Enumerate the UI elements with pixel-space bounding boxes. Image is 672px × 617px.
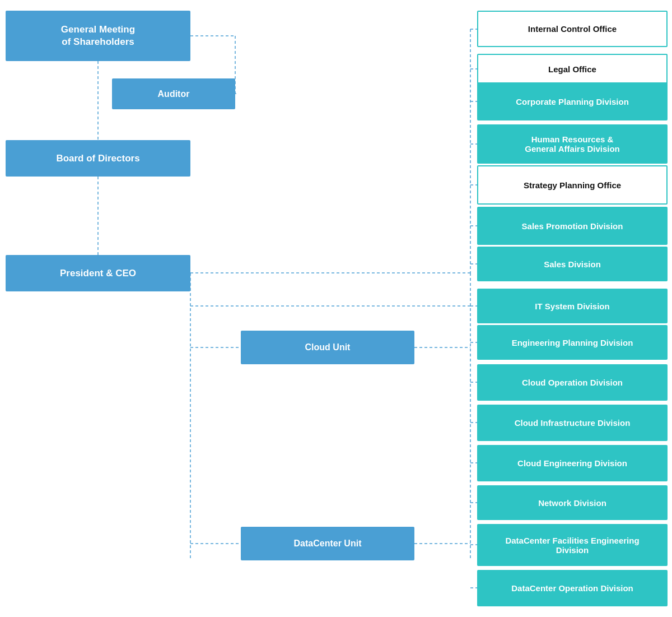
dc-facilities-node: DataCenter Facilities Engineering Divisi…: [477, 524, 668, 566]
legal-node: Legal Office: [477, 54, 668, 85]
hr-general-node: Human Resources & General Affairs Divisi…: [477, 124, 668, 164]
cloud-unit-node: Cloud Unit: [241, 331, 414, 364]
network-label: Network Division: [538, 498, 606, 508]
general-meeting-label: General Meeting of Shareholders: [61, 24, 135, 48]
engineering-planning-label: Engineering Planning Division: [512, 338, 633, 347]
it-system-label: IT System Division: [535, 301, 609, 311]
cloud-engineering-node: Cloud Engineering Division: [477, 445, 668, 481]
internal-control-label: Internal Control Office: [528, 24, 617, 34]
internal-control-node: Internal Control Office: [477, 11, 668, 47]
sales-promotion-node: Sales Promotion Division: [477, 207, 668, 245]
president-label: President & CEO: [60, 268, 136, 279]
cloud-infrastructure-label: Cloud Infrastructure Division: [515, 418, 631, 428]
engineering-planning-node: Engineering Planning Division: [477, 325, 668, 360]
board-node: Board of Directors: [6, 140, 190, 177]
cloud-infrastructure-node: Cloud Infrastructure Division: [477, 405, 668, 441]
strategy-planning-label: Strategy Planning Office: [524, 180, 621, 190]
dc-facilities-label: DataCenter Facilities Engineering Divisi…: [505, 536, 639, 555]
hr-general-label: Human Resources & General Affairs Divisi…: [525, 134, 620, 154]
sales-label: Sales Division: [544, 259, 601, 269]
sales-promotion-label: Sales Promotion Division: [522, 221, 623, 231]
corporate-planning-label: Corporate Planning Division: [516, 97, 629, 106]
cloud-operation-node: Cloud Operation Division: [477, 364, 668, 401]
auditor-node: Auditor: [112, 78, 235, 109]
sales-node: Sales Division: [477, 247, 668, 281]
president-node: President & CEO: [6, 255, 190, 291]
org-chart: General Meeting of Shareholders Auditor …: [0, 0, 672, 617]
auditor-label: Auditor: [158, 89, 190, 99]
board-label: Board of Directors: [56, 153, 139, 164]
datacenter-unit-node: DataCenter Unit: [241, 527, 414, 560]
corporate-planning-node: Corporate Planning Division: [477, 82, 668, 120]
network-node: Network Division: [477, 485, 668, 520]
cloud-operation-label: Cloud Operation Division: [522, 378, 623, 387]
datacenter-unit-label: DataCenter Unit: [294, 539, 362, 549]
strategy-planning-node: Strategy Planning Office: [477, 165, 668, 205]
general-meeting-node: General Meeting of Shareholders: [6, 11, 190, 61]
dc-operation-label: DataCenter Operation Division: [511, 583, 633, 593]
legal-label: Legal Office: [548, 64, 596, 74]
dc-operation-node: DataCenter Operation Division: [477, 570, 668, 606]
cloud-unit-label: Cloud Unit: [305, 342, 351, 352]
cloud-engineering-label: Cloud Engineering Division: [517, 458, 627, 468]
it-system-node: IT System Division: [477, 289, 668, 323]
